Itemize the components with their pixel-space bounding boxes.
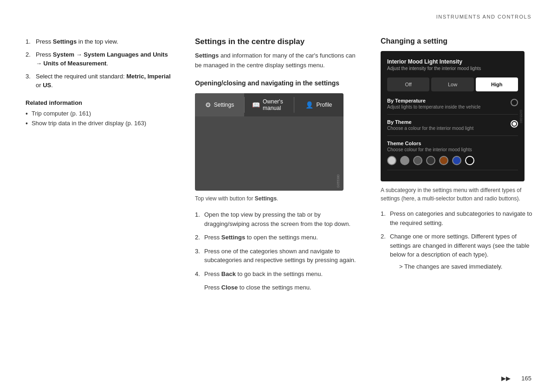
caption-plain: Top view with button for	[195, 195, 255, 202]
step-num-1: 1.	[195, 210, 204, 219]
by-temperature-header: By Temperature Adjust lights to temperat…	[387, 98, 518, 109]
page-number: 165	[521, 375, 531, 382]
bullet-list: Trip computer (p. 161) Show trip data in…	[26, 109, 174, 129]
subcategory-caption: A subcategory in the settings menu with …	[381, 186, 534, 203]
step-num-5	[195, 283, 204, 292]
list-item-1: 1. Press Settings in the top view.	[26, 37, 174, 46]
theme-colors-title: Theme Colors	[387, 141, 518, 146]
caption-bold: Settings	[255, 195, 277, 202]
related-info-title: Related information	[26, 99, 174, 106]
step-5: Press Close to close the settings menu.	[195, 283, 362, 292]
related-info: Related information Trip computer (p. 16…	[26, 99, 174, 129]
selector-off[interactable]: Off	[387, 77, 429, 91]
bullet-text-2: Show trip data in the driver display (p.…	[32, 119, 146, 129]
by-temperature-info: By Temperature Adjust lights to temperat…	[387, 98, 480, 109]
color-circles-row	[387, 156, 518, 165]
color-circle-4[interactable]	[426, 156, 435, 165]
screen-tab-manual[interactable]: 📖 Owner's manual	[245, 93, 294, 116]
color-circle-5[interactable]	[439, 156, 448, 165]
list-text-1: Press Settings in the top view.	[36, 37, 118, 46]
by-temperature-title: By Temperature	[387, 98, 480, 103]
by-theme-row: By Theme Choose a colour for the interio…	[387, 119, 518, 136]
list-num-3: 3.	[26, 72, 36, 81]
numbered-list: 1. Press Settings in the top view. 2. Pr…	[26, 37, 174, 90]
caption-rest: .	[277, 195, 278, 202]
right-step-1: 1. Press on categories and subcategories…	[381, 209, 534, 227]
list-text-2: Press System → System Languages and Unit…	[36, 50, 174, 68]
theme-colors-row: Theme Colors Choose colour for the inter…	[387, 141, 518, 170]
bullet-text-1: Trip computer (p. 161)	[32, 109, 91, 119]
display-title: Interior Mood Light Intensity	[387, 58, 518, 65]
manual-tab-label: Owner's manual	[263, 98, 286, 111]
by-temperature-desc: Adjust lights to temperature inside the …	[387, 104, 480, 109]
left-column: 1. Press Settings in the top view. 2. Pr…	[26, 37, 174, 129]
color-circle-6[interactable]	[452, 156, 461, 165]
middle-section-intro: Settings and information for many of the…	[195, 51, 362, 71]
middle-steps-list: 1. Open the top view by pressing the tab…	[195, 210, 362, 292]
intensity-selector: Off Low High	[387, 77, 518, 91]
page-header-title: INSTRUMENTS AND CONTROLS	[436, 14, 531, 19]
theme-colors-desc: Choose colour for the interior mood ligh…	[387, 147, 518, 152]
intro-text: and information for many of the car's fu…	[195, 52, 356, 69]
right-step-2: 2. Change one or more settings. Differen…	[381, 232, 534, 271]
right-step-num-2: 2.	[381, 232, 390, 241]
settings-tab-label: Settings	[214, 102, 234, 108]
screen-tab-profile[interactable]: 👤 Profile	[294, 93, 343, 116]
screen-watermark: G055380	[337, 174, 340, 188]
screen-content-area	[195, 116, 343, 181]
list-num-2: 2.	[26, 50, 36, 59]
step-2: 2. Press Settings to open the settings m…	[195, 233, 362, 242]
right-column: Changing a setting Interior Mood Light I…	[381, 37, 534, 276]
color-circle-3[interactable]	[413, 156, 422, 165]
by-temperature-radio[interactable]	[511, 99, 518, 106]
list-item-3: 3. Select the required unit standard: Me…	[26, 72, 174, 90]
step-num-2: 2.	[195, 233, 204, 242]
by-theme-title: By Theme	[387, 119, 473, 125]
step-text-5: Press Close to close the settings menu.	[204, 283, 311, 292]
bullet-item-2: Show trip data in the driver display (p.…	[26, 119, 174, 129]
gear-icon: ⚙	[205, 101, 211, 109]
middle-column: Settings in the centre display Settings …	[195, 37, 362, 297]
subsection-title: Opening/closing and navigating in the se…	[195, 79, 362, 88]
step-3: 3. Press one of the categories shown and…	[195, 247, 362, 265]
by-temperature-row: By Temperature Adjust lights to temperat…	[387, 98, 518, 115]
step-text-4: Press Back to go back in the settings me…	[204, 270, 323, 279]
right-step-text-2-container: Change one or more settings. Different t…	[390, 232, 534, 271]
right-step-text-1: Press on categories and subcategories to…	[390, 209, 534, 227]
by-theme-radio[interactable]	[511, 120, 518, 128]
screen-caption: Top view with button for Settings.	[195, 194, 362, 203]
profile-tab-label: Profile	[316, 102, 332, 108]
display-subtitle: Adjust the intensity for the interior mo…	[387, 66, 518, 71]
selector-high[interactable]: High	[476, 77, 518, 91]
screen-top-bar: ⚙ Settings 📖 Owner's manual 👤 Profile	[195, 93, 343, 116]
step-2-indent: The changes are saved immediately.	[399, 262, 534, 271]
step-text-1: Open the top view by pressing the tab or…	[204, 210, 362, 228]
profile-icon: 👤	[305, 101, 313, 109]
by-theme-header: By Theme Choose a colour for the interio…	[387, 119, 518, 131]
step-1: 1. Open the top view by pressing the tab…	[195, 210, 362, 228]
right-steps-list: 1. Press on categories and subcategories…	[381, 209, 534, 271]
color-circle-2[interactable]	[400, 156, 409, 165]
step-text-3: Press one of the categories shown and na…	[204, 247, 362, 265]
by-theme-info: By Theme Choose a colour for the interio…	[387, 119, 473, 131]
book-icon: 📖	[252, 101, 260, 109]
settings-bold: Settings	[195, 52, 219, 59]
settings-screen-mockup: ⚙ Settings 📖 Owner's manual 👤 Profile G0…	[195, 93, 343, 191]
middle-section-title: Settings in the centre display	[195, 37, 362, 46]
step-text-2: Press Settings to open the settings menu…	[204, 233, 318, 242]
list-num-1: 1.	[26, 37, 36, 46]
car-display-mockup: Interior Mood Light Intensity Adjust the…	[381, 51, 525, 181]
screen-tab-settings[interactable]: ⚙ Settings	[195, 93, 244, 116]
bullet-item-1: Trip computer (p. 161)	[26, 109, 174, 119]
color-circle-7[interactable]	[465, 156, 474, 165]
by-theme-desc: Choose a colour for the interior mood li…	[387, 126, 473, 131]
color-circle-1[interactable]	[387, 156, 396, 165]
step-num-3: 3.	[195, 247, 204, 256]
selector-low[interactable]: Low	[431, 77, 473, 91]
next-arrows: ▶▶	[501, 375, 511, 382]
list-item-2: 2. Press System → System Languages and U…	[26, 50, 174, 68]
right-section-title: Changing a setting	[381, 37, 534, 45]
list-text-3: Select the required unit standard: Metri…	[36, 72, 174, 90]
right-step-num-1: 1.	[381, 209, 390, 218]
step-4: 4. Press Back to go back in the settings…	[195, 270, 362, 279]
